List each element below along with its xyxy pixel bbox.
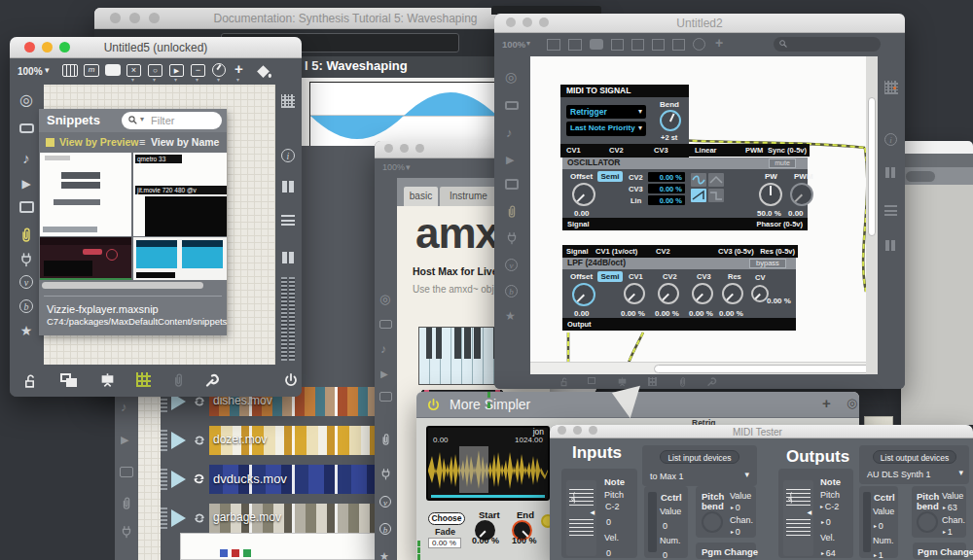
u2-hscroll-thumb[interactable] — [654, 365, 866, 373]
bg-right-titlebar[interactable] — [901, 141, 973, 154]
presentation-icon[interactable] — [617, 376, 628, 387]
chan-number[interactable]: 1 — [943, 527, 953, 537]
chevron-down-icon[interactable]: ▾ — [744, 471, 749, 480]
grid-browser-icon[interactable] — [884, 81, 898, 94]
message-tool-icon[interactable]: × — [126, 64, 141, 77]
comment-tool-icon[interactable] — [590, 39, 603, 50]
note-icon[interactable]: ♪ — [10, 151, 43, 165]
semi-button[interactable]: Semi — [597, 171, 623, 182]
semi-button[interactable]: Semi — [597, 271, 623, 282]
play-button[interactable] — [171, 471, 186, 488]
u2-hscrollbar[interactable] — [530, 362, 866, 374]
pb-value-number[interactable]: 63 — [943, 503, 957, 512]
wrench-icon[interactable] — [204, 372, 220, 388]
sine-wave-button[interactable] — [691, 173, 706, 187]
paperclip-icon[interactable] — [120, 496, 133, 509]
drag-handle[interactable] — [161, 508, 167, 529]
bend-knob[interactable] — [660, 110, 681, 131]
snippets-hscrollbar[interactable] — [42, 282, 203, 289]
unlock-icon[interactable] — [21, 372, 38, 389]
grid-toggle-icon[interactable] — [136, 372, 151, 387]
bypass-button[interactable]: bypass — [749, 259, 786, 268]
dial-tool-icon[interactable] — [693, 38, 705, 51]
u2-vscroll-thumb[interactable] — [868, 97, 876, 236]
list-icon[interactable] — [884, 204, 897, 216]
snippet-thumb[interactable] — [40, 237, 131, 280]
tab-view-by-preview[interactable]: View by Preview — [59, 137, 139, 149]
cctrl-slider[interactable] — [648, 492, 657, 552]
tab-basic[interactable]: basic — [404, 187, 438, 206]
minimize-button[interactable] — [400, 144, 409, 153]
pb-value-number[interactable]: 0 — [731, 503, 740, 512]
filmstrip[interactable]: garbage.mov — [209, 504, 378, 533]
image-icon[interactable] — [19, 201, 34, 213]
u2-search-field[interactable] — [774, 37, 881, 52]
simpler-waveform-box[interactable]: jon 0.00 1024.00 — [426, 426, 550, 501]
u5-titlebar[interactable]: Untitled5 (unlocked) — [10, 37, 302, 58]
u2-canvas[interactable]: MIDI TO SIGNAL Retrigger ▾ Last Note Pri… — [530, 56, 866, 374]
close-button[interactable] — [384, 144, 393, 153]
dial-tool-icon[interactable] — [212, 63, 226, 77]
info-icon[interactable]: i — [884, 133, 897, 146]
snippet-thumb[interactable]: qmetro 33 jit.movie 720 480 @v — [133, 153, 227, 236]
velocity-value[interactable]: 64 — [821, 548, 836, 558]
button-tool-icon[interactable] — [631, 39, 644, 51]
lpf-offset-knob[interactable] — [572, 283, 595, 306]
info-icon[interactable]: i — [281, 149, 295, 162]
loop-bar[interactable] — [431, 495, 545, 498]
beap-icon[interactable]: b — [505, 285, 518, 298]
play-icon[interactable]: ▶ — [380, 368, 388, 379]
lin-numbox[interactable]: 0.00 % — [648, 195, 685, 205]
tab-view-by-name[interactable]: View by Name — [151, 137, 219, 149]
list-output-devices-button[interactable]: List output devices — [873, 450, 956, 464]
chevron-down-icon[interactable]: ▾ — [45, 66, 50, 76]
toggle-tool-icon[interactable] — [652, 39, 665, 51]
saw-wave-button[interactable] — [691, 189, 706, 202]
chevron-down-icon[interactable]: ▾ — [406, 163, 411, 173]
drag-handle[interactable] — [161, 469, 167, 490]
plug-icon[interactable] — [379, 468, 392, 480]
image-icon[interactable] — [505, 179, 519, 190]
grid-toggle-icon[interactable] — [648, 377, 657, 386]
beap-icon[interactable]: b — [19, 299, 33, 313]
paperclip-icon[interactable] — [379, 433, 392, 445]
columns-icon[interactable] — [282, 181, 287, 192]
target-icon[interactable]: ◎ — [847, 397, 857, 410]
zoom-button[interactable] — [415, 144, 424, 153]
paint-bucket-icon[interactable] — [255, 63, 271, 78]
vizzie-icon[interactable]: v — [505, 259, 518, 271]
video-icon[interactable]: ▶ — [10, 178, 43, 190]
toolbox-icon[interactable] — [505, 101, 519, 110]
lpf-cv2-knob[interactable] — [658, 283, 679, 304]
plug-icon[interactable] — [505, 231, 519, 245]
snippets-filter-field[interactable]: ▾ Filter — [122, 112, 222, 129]
osc-offset-knob[interactable] — [572, 183, 595, 206]
image-icon[interactable] — [379, 392, 392, 402]
paperclip-icon[interactable] — [505, 204, 519, 218]
velocity-value[interactable]: 0 — [606, 548, 611, 558]
input-device-value[interactable]: to Max 1 — [650, 472, 684, 481]
pitch-value[interactable]: C-2 — [820, 502, 839, 511]
cv2-numbox[interactable]: 0.00 % — [648, 172, 685, 182]
black-key[interactable] — [474, 328, 481, 359]
square-wave-button[interactable] — [708, 189, 724, 202]
black-key[interactable] — [464, 328, 471, 359]
paperclip-add-icon[interactable] — [171, 372, 186, 387]
number-tool-icon[interactable]: − — [191, 64, 205, 77]
object-tool-icon[interactable]: m — [84, 64, 99, 77]
pitchbend-knob[interactable] — [702, 511, 723, 533]
power-icon[interactable] — [426, 398, 441, 412]
minimize-button[interactable] — [573, 426, 582, 435]
power-icon[interactable] — [283, 372, 299, 388]
value-number[interactable]: 0 — [874, 521, 883, 531]
plug-icon[interactable] — [120, 525, 133, 539]
output-device-value[interactable]: AU DLS Synth 1 — [867, 470, 931, 479]
vizzie-icon[interactable]: v — [379, 496, 391, 508]
star-icon[interactable]: ★ — [10, 324, 43, 337]
black-key[interactable] — [436, 328, 443, 359]
close-button[interactable] — [558, 426, 566, 435]
output-staff-display[interactable]: ◀ — [783, 480, 813, 556]
snippet-thumb[interactable] — [133, 237, 227, 280]
presentation-icon[interactable] — [99, 371, 116, 388]
loop-icon[interactable] — [192, 510, 207, 526]
